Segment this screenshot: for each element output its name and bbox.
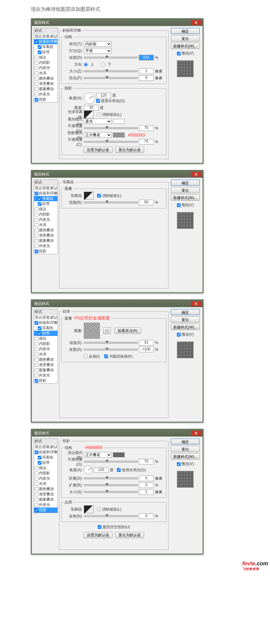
ok-button[interactable]: 确定	[171, 438, 200, 445]
style-contour[interactable]: 等高线	[34, 196, 58, 201]
style-inner-shadow[interactable]: 内阴影	[34, 471, 58, 476]
style-drop-shadow[interactable]: 投影	[34, 507, 58, 513]
size-value[interactable]: 1	[139, 68, 154, 74]
global-light-checkbox[interactable]	[117, 468, 121, 472]
new-style-button[interactable]: 新建样式(W)...	[171, 453, 200, 459]
altitude-value[interactable]: 30	[84, 105, 99, 111]
noise-slider[interactable]	[84, 515, 138, 517]
outer-glow-checkbox[interactable]	[35, 93, 38, 96]
style-color-overlay[interactable]: 颜色叠加	[34, 76, 58, 81]
new-style-button[interactable]: 新建样式(W)...	[171, 194, 200, 201]
close-button[interactable]	[191, 20, 201, 25]
antialias-checkbox[interactable]	[97, 113, 101, 116]
set-default-button[interactable]: 设置为默认值	[84, 532, 113, 538]
cancel-button[interactable]: 复位	[171, 446, 200, 452]
styles-header[interactable]: 样式	[34, 309, 58, 315]
ok-button[interactable]: 确定	[171, 28, 200, 34]
style-outer-glow[interactable]: 外发光	[34, 373, 58, 378]
style-inner-glow[interactable]: 内发光	[34, 217, 58, 222]
dir-down-radio[interactable]	[101, 63, 105, 67]
style-bevel[interactable]: 斜面和浮雕	[34, 450, 58, 455]
snap-origin-button[interactable]: 贴紧原点(A)	[114, 328, 141, 334]
angle-value[interactable]: 120	[96, 93, 111, 98]
style-stroke[interactable]: 描边	[34, 465, 58, 471]
style-bevel[interactable]: 斜面和浮雕	[34, 320, 58, 325]
style-inner-shadow[interactable]: 内阴影	[34, 60, 58, 65]
stroke-checkbox[interactable]	[35, 56, 38, 59]
new-style-button[interactable]: 新建样式(W)...	[171, 324, 200, 330]
new-style-button[interactable]: 新建样式(W)...	[171, 43, 200, 49]
opacity-value[interactable]: 75	[139, 459, 154, 464]
spread-value[interactable]: 0	[139, 482, 154, 488]
preview-checkbox[interactable]	[177, 203, 181, 207]
distance-slider[interactable]	[84, 477, 138, 479]
cancel-button[interactable]: 复位	[171, 35, 200, 41]
ok-button[interactable]: 确定	[171, 180, 200, 186]
highlight-opacity-value[interactable]: 75	[139, 125, 154, 131]
pattern-swatch[interactable]	[84, 323, 100, 339]
global-light-checkbox[interactable]	[96, 99, 100, 103]
style-inner-glow[interactable]: 内发光	[34, 65, 58, 71]
invert-checkbox[interactable]	[84, 355, 88, 358]
style-pattern-overlay[interactable]: 图案叠加	[34, 238, 58, 243]
style-outer-glow[interactable]: 外发光	[34, 92, 58, 97]
inner-shadow-checkbox[interactable]	[35, 61, 38, 65]
ok-button[interactable]: 确定	[171, 309, 200, 315]
style-color-overlay[interactable]: 颜色叠加	[34, 357, 58, 362]
style-inner-glow[interactable]: 内发光	[34, 346, 58, 352]
scale-value[interactable]: 31	[139, 340, 154, 346]
style-drop-shadow[interactable]: 投影	[34, 249, 58, 254]
style-texture[interactable]: 纹理	[34, 331, 58, 336]
style-drop-shadow[interactable]: 投影	[34, 378, 58, 383]
style-gradient-overlay[interactable]: 渐变叠加	[34, 81, 58, 86]
style-pattern-overlay[interactable]: 图案叠加	[34, 368, 58, 373]
depth-slider[interactable]	[84, 349, 138, 350]
texture-checkbox[interactable]	[38, 50, 41, 54]
satin-checkbox[interactable]	[35, 72, 38, 75]
cancel-button[interactable]: 复位	[171, 316, 200, 323]
pattern-overlay-checkbox[interactable]	[35, 87, 38, 91]
preview-checkbox[interactable]	[177, 462, 181, 466]
style-stroke[interactable]: 描边	[34, 55, 58, 60]
size-slider[interactable]	[84, 491, 138, 493]
soften-slider[interactable]	[84, 77, 138, 79]
shadow-color-swatch[interactable]	[113, 133, 125, 137]
style-pattern-overlay[interactable]: 图案叠加	[34, 497, 58, 502]
size-value[interactable]: 2	[139, 489, 154, 495]
depth-value[interactable]: 521	[139, 55, 154, 60]
style-satin[interactable]: 光泽	[34, 71, 58, 76]
style-color-overlay[interactable]: 颜色叠加	[34, 228, 58, 233]
close-button[interactable]	[191, 431, 201, 436]
technique-select[interactable]: 平滑	[84, 48, 112, 54]
style-select[interactable]: 内斜面	[84, 41, 112, 47]
style-inner-shadow[interactable]: 内阴影	[34, 212, 58, 217]
shadow-opacity-value[interactable]: 75	[139, 139, 154, 145]
cancel-button[interactable]: 复位	[171, 187, 200, 193]
style-outer-glow[interactable]: 外发光	[34, 243, 58, 249]
depth-slider[interactable]	[84, 57, 138, 59]
style-gradient-overlay[interactable]: 渐变叠加	[34, 492, 58, 497]
antialias-checkbox[interactable]	[97, 194, 101, 198]
scale-slider[interactable]	[84, 342, 138, 344]
drop-shadow-checkbox[interactable]	[35, 98, 38, 102]
reset-default-button[interactable]: 复位为默认值	[115, 532, 144, 538]
blend-options[interactable]: 混合选项:默认	[34, 315, 58, 320]
contour-checkbox[interactable]	[38, 45, 41, 49]
contour-swatch[interactable]	[84, 192, 94, 200]
style-drop-shadow[interactable]: 投影	[34, 97, 58, 102]
set-default-button[interactable]: 设置为默认值	[84, 147, 113, 153]
blend-options[interactable]: 混合选项:默认	[34, 444, 58, 450]
close-button[interactable]	[191, 301, 201, 306]
style-contour[interactable]: 等高线	[34, 325, 58, 331]
spread-slider[interactable]	[84, 484, 138, 486]
style-satin[interactable]: 光泽	[34, 222, 58, 228]
highlight-mode-select[interactable]: 柔光	[84, 119, 112, 124]
angle-value[interactable]: 120	[94, 467, 109, 473]
style-gradient-overlay[interactable]: 渐变叠加	[34, 362, 58, 368]
reset-default-button[interactable]: 复位为默认值	[115, 147, 144, 153]
preview-checkbox[interactable]	[177, 333, 181, 337]
gloss-contour[interactable]	[84, 111, 94, 119]
angle-wheel[interactable]	[84, 466, 92, 474]
link-layer-checkbox[interactable]	[104, 355, 108, 358]
style-texture[interactable]: 纹理	[34, 460, 58, 465]
